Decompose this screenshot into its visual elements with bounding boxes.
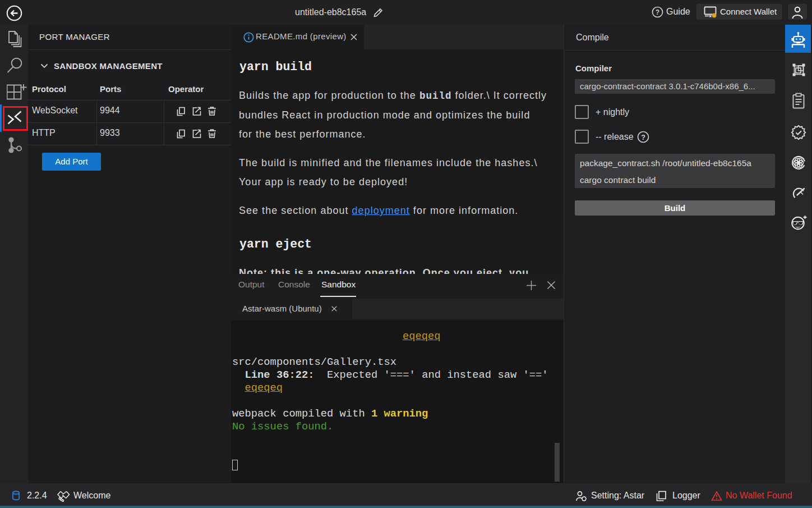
svg-text:?: ? xyxy=(641,134,645,141)
svg-text:?: ? xyxy=(656,8,659,16)
